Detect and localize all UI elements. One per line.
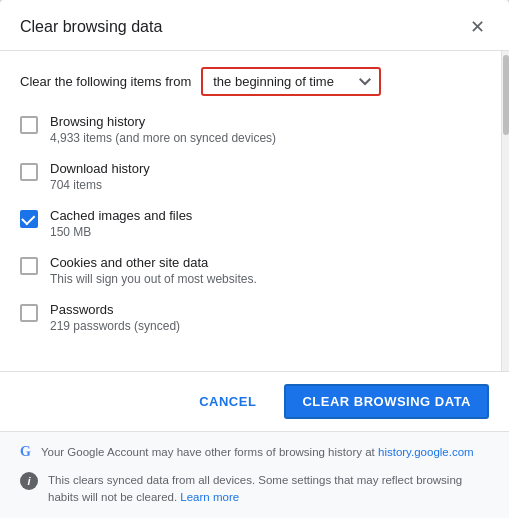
cookies-subtitle: This will sign you out of most websites. [50, 272, 489, 286]
passwords-title: Passwords [50, 302, 489, 317]
google-icon: G [20, 444, 31, 460]
history-google-com-link[interactable]: history.google.com [378, 446, 474, 458]
cookies-checkbox-box[interactable] [20, 257, 38, 275]
time-range-select[interactable]: the beginning of time the past hour the … [201, 67, 381, 96]
cached-images-checkbox[interactable] [20, 210, 38, 228]
cached-images-subtitle: 150 MB [50, 225, 489, 239]
dialog-footer: CANCEL CLEAR BROWSING DATA [0, 371, 509, 431]
cookies-row: Cookies and other site data This will si… [20, 255, 489, 286]
cookies-text: Cookies and other site data This will si… [50, 255, 489, 286]
info-section: G Your Google Account may have other for… [0, 431, 509, 518]
sync-info-row: i This clears synced data from all devic… [20, 472, 489, 507]
scrollbar-track[interactable] [501, 51, 509, 371]
cached-images-checkbox-box[interactable] [20, 210, 38, 228]
passwords-subtitle: 219 passwords (synced) [50, 319, 489, 333]
cookies-title: Cookies and other site data [50, 255, 489, 270]
from-label: Clear the following items from [20, 74, 191, 89]
download-history-checkbox[interactable] [20, 163, 38, 181]
download-history-title: Download history [50, 161, 489, 176]
google-info-row: G Your Google Account may have other for… [20, 444, 489, 461]
cached-images-text: Cached images and files 150 MB [50, 208, 489, 239]
download-history-checkbox-box[interactable] [20, 163, 38, 181]
sync-info-before: This clears synced data from all devices… [48, 474, 462, 503]
passwords-row: Passwords 219 passwords (synced) [20, 302, 489, 333]
google-info-before: Your Google Account may have other forms… [41, 446, 378, 458]
browsing-history-checkbox-box[interactable] [20, 116, 38, 134]
passwords-checkbox[interactable] [20, 304, 38, 322]
browsing-history-title: Browsing history [50, 114, 489, 129]
google-info-text: Your Google Account may have other forms… [41, 444, 474, 461]
dialog-body: Clear the following items from the begin… [0, 51, 509, 371]
learn-more-link[interactable]: Learn more [180, 491, 239, 503]
scrollbar-thumb[interactable] [503, 55, 509, 135]
download-history-subtitle: 704 items [50, 178, 489, 192]
download-history-row: Download history 704 items [20, 161, 489, 192]
download-history-text: Download history 704 items [50, 161, 489, 192]
browsing-history-row: Browsing history 4,933 items (and more o… [20, 114, 489, 145]
cached-images-title: Cached images and files [50, 208, 489, 223]
close-button[interactable]: ✕ [466, 16, 489, 38]
browsing-history-text: Browsing history 4,933 items (and more o… [50, 114, 489, 145]
passwords-text: Passwords 219 passwords (synced) [50, 302, 489, 333]
dialog-header: Clear browsing data ✕ [0, 0, 509, 51]
cookies-checkbox[interactable] [20, 257, 38, 275]
cached-images-row: Cached images and files 150 MB [20, 208, 489, 239]
browsing-history-checkbox[interactable] [20, 116, 38, 134]
browsing-history-subtitle: 4,933 items (and more on synced devices) [50, 131, 489, 145]
time-range-row: Clear the following items from the begin… [20, 67, 489, 96]
clear-browsing-data-dialog: Clear browsing data ✕ Clear the followin… [0, 0, 509, 518]
cancel-button[interactable]: CANCEL [183, 386, 272, 417]
dialog-title: Clear browsing data [20, 18, 162, 36]
info-icon: i [20, 472, 38, 490]
sync-info-text: This clears synced data from all devices… [48, 472, 489, 507]
clear-browsing-data-button[interactable]: CLEAR BROWSING DATA [284, 384, 489, 419]
passwords-checkbox-box[interactable] [20, 304, 38, 322]
